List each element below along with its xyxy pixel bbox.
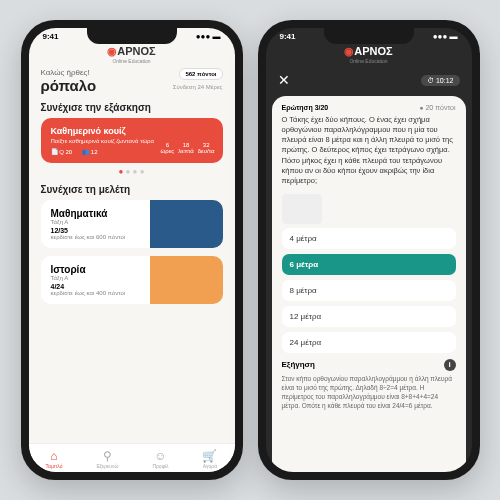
subject-card-history[interactable]: Ιστορία Τάξη Α 4/24 κερδίστε έως και 400… <box>41 256 223 304</box>
answer-option-1[interactable]: 6 μέτρα <box>282 254 456 275</box>
quiz-countdown: 6ώρες 18λεπτά 32δευ/τα <box>161 142 215 155</box>
logo-icon: ◉ <box>107 45 117 57</box>
sec-lbl: δευ/τα <box>198 148 215 155</box>
carousel-dots[interactable]: ● ● ● ● <box>41 167 223 176</box>
subject-progress: 12/35 <box>51 227 213 234</box>
quiz-players: 👥 12 <box>82 148 97 155</box>
phone-quiz: 9:41 ●●● ▬ ◉ΑΡΝΟΣ Online Education ✕ ⏱ 1… <box>258 20 480 480</box>
brand-name: ΑΡΝΟΣ <box>117 45 155 57</box>
profile-icon: ☺ <box>152 449 168 463</box>
notch <box>324 28 414 44</box>
search-icon: ⚲ <box>96 449 118 463</box>
nav-profile[interactable]: ☺Προφίλ <box>152 449 168 469</box>
brand-subtitle: Online Education <box>29 58 235 64</box>
cart-icon: 🛒 <box>202 449 217 463</box>
home-content: Καλώς ήρθες! ρόπαλο Συνέχισε την εξάσκησ… <box>29 68 235 442</box>
status-icons: ●●● ▬ <box>433 32 458 41</box>
status-icons: ●●● ▬ <box>196 32 221 41</box>
quiz-q-count: 📄 Q 20 <box>51 148 73 155</box>
app-header: ◉ΑΡΝΟΣ Online Education <box>266 43 472 68</box>
brand-logo: ◉ΑΡΝΟΣ <box>29 45 235 58</box>
question-points: ● 20 πόντοι <box>419 104 455 111</box>
close-icon[interactable]: ✕ <box>278 72 290 88</box>
question-sheet: Ερώτηση 3/20 ● 20 πόντοι Ο Τάκης έχει δύ… <box>272 96 466 472</box>
quiz-timer: ⏱ 10:12 <box>421 75 459 86</box>
answer-option-2[interactable]: 8 μέτρα <box>282 280 456 301</box>
answer-option-0[interactable]: 4 μέτρα <box>282 228 456 249</box>
question-header: Ερώτηση 3/20 ● 20 πόντοι <box>282 104 456 111</box>
explanation-title: Εξήγηση <box>282 360 315 369</box>
status-time: 9:41 <box>280 32 296 41</box>
screen-quiz: 9:41 ●●● ▬ ◉ΑΡΝΟΣ Online Education ✕ ⏱ 1… <box>266 28 472 472</box>
bottom-nav: ⌂Ταμπλό ⚲Εξερευνώ ☺Προφίλ 🛒Αγορά <box>29 443 235 472</box>
answer-option-4[interactable]: 24 μέτρα <box>282 332 456 353</box>
question-number: Ερώτηση 3/20 <box>282 104 329 111</box>
quiz-title: Καθημερινό κουίζ <box>51 126 213 136</box>
app-header: ◉ΑΡΝΟΣ Online Education <box>29 43 235 68</box>
min-val: 18 <box>178 142 194 149</box>
logo-icon: ◉ <box>344 45 354 57</box>
screen-home: 9:41 ●●● ▬ ◉ΑΡΝΟΣ Online Education 562 π… <box>29 28 235 472</box>
nav-shop[interactable]: 🛒Αγορά <box>202 449 217 469</box>
subject-name: Ιστορία <box>51 264 213 275</box>
answer-option-3[interactable]: 12 μέτρα <box>282 306 456 327</box>
question-text: Ο Τάκης έχει δύο κήπους. Ο ένας έχει σχή… <box>282 115 456 186</box>
subject-class: Τάξη Α <box>51 219 213 225</box>
points-badge[interactable]: 562 πόντοι <box>179 68 222 80</box>
notch <box>87 28 177 44</box>
explanation-text: Στον κήπο ορθογωνίου παραλληλογράμμου η … <box>282 374 456 410</box>
subject-card-math[interactable]: Μαθηματικά Τάξη Α 12/35 κερδίστε έως και… <box>41 200 223 248</box>
subject-class: Τάξη Α <box>51 275 213 281</box>
sec-val: 32 <box>198 142 215 149</box>
phone-home: 9:41 ●●● ▬ ◉ΑΡΝΟΣ Online Education 562 π… <box>21 20 243 480</box>
explanation-header: Εξήγηση i <box>282 359 456 371</box>
quiz-top-bar: ✕ ⏱ 10:12 <box>266 68 472 92</box>
subject-progress: 4/24 <box>51 283 213 290</box>
min-lbl: λεπτά <box>178 148 194 155</box>
nav-explore[interactable]: ⚲Εξερευνώ <box>96 449 118 469</box>
info-icon[interactable]: i <box>444 359 456 371</box>
section-study: Συνέχισε τη μελέτη <box>41 184 223 195</box>
daily-quiz-card[interactable]: Καθημερινό κουίζ Παίξτε καθημερινά κουίζ… <box>41 118 223 163</box>
subject-points: κερδίστε έως και 600 πόντοι <box>51 234 213 240</box>
brand-subtitle: Online Education <box>266 58 472 64</box>
nav-dashboard[interactable]: ⌂Ταμπλό <box>45 449 62 469</box>
section-practice: Συνέχισε την εξάσκηση <box>41 102 223 113</box>
subject-points: κερδίστε έως και 400 πόντοι <box>51 290 213 296</box>
home-icon: ⌂ <box>45 449 62 463</box>
subject-name: Μαθηματικά <box>51 208 213 219</box>
brand-logo: ◉ΑΡΝΟΣ <box>266 45 472 58</box>
question-image <box>282 194 322 224</box>
status-time: 9:41 <box>43 32 59 41</box>
hours-val: 6 <box>161 142 175 149</box>
streak-label: Σύνδεση 24 Μέρες <box>173 84 223 90</box>
hours-lbl: ώρες <box>161 148 175 155</box>
brand-name: ΑΡΝΟΣ <box>354 45 392 57</box>
